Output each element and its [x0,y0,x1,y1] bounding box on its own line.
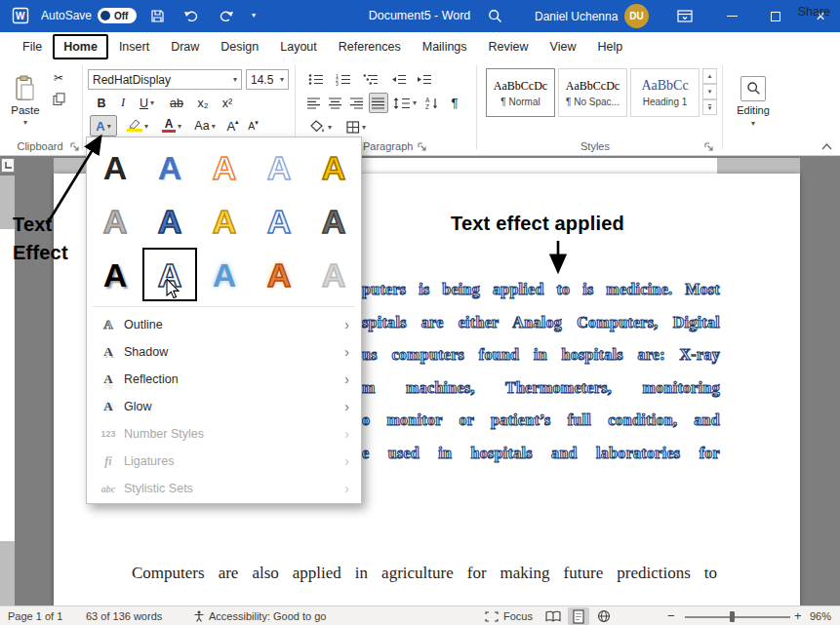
highlighter-icon [127,118,142,134]
tab-review[interactable]: Review [478,34,540,59]
focus-button[interactable]: Focus [503,610,533,622]
read-mode-button[interactable] [542,607,564,625]
undo-icon[interactable] [183,9,199,23]
tab-references[interactable]: References [328,34,412,59]
text-effect-blue-reflection[interactable]: A [142,194,197,248]
shading-button[interactable]: ▾ [306,116,336,137]
sort-button[interactable]: AZ [421,93,443,113]
tab-draw[interactable]: Draw [160,34,210,59]
subscript-button[interactable]: x₂ [192,93,214,113]
autosave-toggle[interactable]: Off [98,8,137,23]
font-name-combo[interactable]: RedHatDisplay▾ [88,69,242,90]
bold-button[interactable]: B [92,93,111,113]
document-text-line: puters is being applied to is medicine. … [362,281,720,300]
tab-view[interactable]: View [540,34,587,59]
numbering-button[interactable]: 123 [332,69,355,90]
align-right-button[interactable] [347,93,367,113]
change-case-button[interactable]: Aa▾ [191,115,219,137]
increase-indent-button[interactable] [414,69,435,90]
page-info[interactable]: Page 1 of 1 [8,610,62,622]
justify-button[interactable] [369,93,388,113]
font-color-button[interactable]: A ▾ [157,115,186,137]
autosave-state: Off [114,11,128,21]
zoom-slider-thumb[interactable] [730,611,735,622]
line-spacing-button[interactable]: ▾ [392,93,418,113]
shading-bucket-icon [310,120,326,134]
menu-item-outline[interactable]: AOutline› [87,311,361,338]
superscript-button[interactable]: x² [217,93,238,113]
editing-button[interactable]: Editing ▾ [728,65,779,137]
copy-button[interactable] [49,91,68,107]
tab-design[interactable]: Design [210,34,269,59]
redo-icon[interactable] [219,9,234,23]
style-card-normal[interactable]: AaBbCcDc¶ Normal [486,68,555,117]
tab-mailings[interactable]: Mailings [412,34,478,59]
accessibility-status[interactable]: Accessibility: Good to go [209,610,326,622]
tab-insert[interactable]: Insert [108,34,160,59]
user-name[interactable]: Daniel Uchenna [535,10,618,23]
text-effect-blue-glow[interactable]: A [197,248,252,301]
styles-scroll-up-icon[interactable]: ▴ [702,68,717,84]
styles-gallery-more-icon[interactable]: ▾ [702,99,717,115]
effect-letter: A [322,258,346,292]
cut-button[interactable]: ✂ [49,69,68,86]
tab-home[interactable]: Home [53,34,108,59]
applied-annotation-label: Text effect applied [451,210,624,238]
underline-button[interactable]: U▾ [134,93,160,113]
minimize-button[interactable] [715,0,748,32]
borders-button[interactable]: ▾ [341,116,371,137]
web-layout-button[interactable] [593,607,615,625]
style-name: Heading 1 [643,97,688,107]
paragraph-dialog-launcher-icon[interactable] [418,142,427,152]
text-effect-outline-orange[interactable]: A [197,140,252,194]
collapse-ribbon-icon[interactable] [820,141,833,152]
styles-dialog-launcher-icon[interactable] [704,142,714,152]
grow-font-button[interactable]: A▴ [223,115,242,137]
italic-button[interactable]: I [114,93,132,113]
reflection-a-icon: A [97,371,120,387]
quick-access-chevron-icon[interactable]: ▾ [252,11,256,20]
menu-item-glow[interactable]: AGlow› [87,393,361,420]
text-effect-outline-lightblue[interactable]: A [252,140,306,194]
styles-scroll-down-icon[interactable]: ▾ [702,84,717,99]
text-effect-light-gray[interactable]: A [306,248,361,301]
tab-file[interactable]: File [12,34,53,59]
share-button[interactable]: Share [780,5,830,19]
style-card-no-spac[interactable]: AaBbCcDc¶ No Spac... [558,68,627,117]
bullets-button[interactable] [304,69,328,90]
user-avatar[interactable]: DU [624,4,649,28]
ribbon-display-options-icon[interactable] [677,10,693,22]
menu-item-reflection[interactable]: AReflection› [87,366,361,393]
decrease-indent-button[interactable] [388,69,410,90]
menu-item-shadow[interactable]: AShadow› [87,338,361,366]
style-card-heading-1[interactable]: AaBbCcHeading 1 [630,68,700,117]
text-effect-fill-gold-outline[interactable]: A [306,140,361,194]
text-effect-gray-bevel[interactable]: A [306,194,361,248]
align-center-button[interactable] [326,93,345,113]
zoom-slider-track[interactable] [685,616,790,618]
text-effect-outline-blue-bold[interactable]: A [252,194,306,248]
zoom-level[interactable]: 96% [810,610,831,622]
save-icon[interactable] [150,9,165,23]
text-effect-fill-blue[interactable]: A [142,140,197,194]
text-effect-orange-glow[interactable]: A [252,248,306,301]
highlight-color-button[interactable]: ▾ [123,115,152,137]
show-paragraph-marks-button[interactable]: ¶ [445,93,464,113]
zoom-in-button[interactable]: + [794,608,802,623]
tab-selector[interactable] [1,158,15,173]
shrink-font-button[interactable]: A▾ [244,115,262,137]
word-count[interactable]: 63 of 136 words [86,610,162,622]
font-size-combo[interactable]: 14.5▾ [246,69,289,90]
text-effect-gold-gradient[interactable]: A [197,194,252,248]
style-name: ¶ No Spac... [566,97,620,107]
strikethrough-button[interactable]: ab [165,93,188,113]
print-layout-button[interactable] [568,607,589,625]
search-icon[interactable] [488,9,502,23]
tab-layout[interactable]: Layout [269,34,328,59]
tab-help[interactable]: Help [586,34,633,59]
print-layout-icon [573,609,584,624]
zoom-out-button[interactable]: − [667,608,675,623]
multilevel-list-button[interactable] [359,69,382,90]
text-effect-black-shadow[interactable]: A [88,248,142,301]
align-left-button[interactable] [304,93,324,113]
